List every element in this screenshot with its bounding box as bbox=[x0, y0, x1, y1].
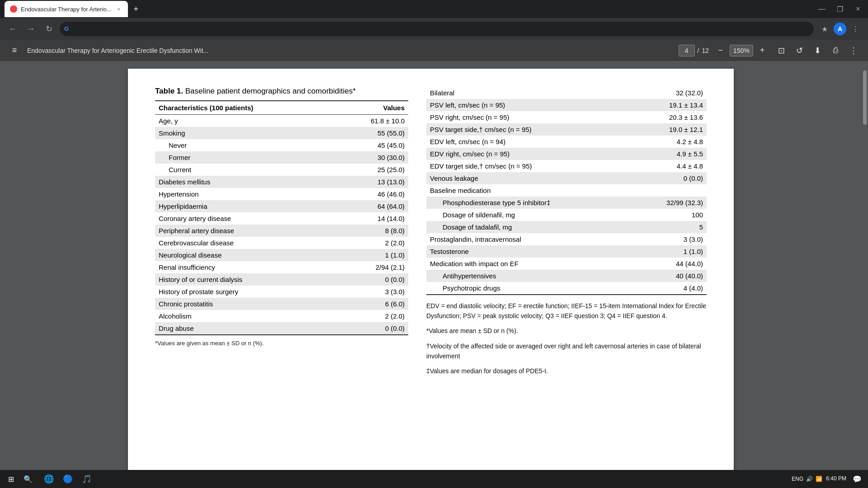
zoom-level: 150% bbox=[730, 45, 753, 56]
print-button[interactable]: ⎙ bbox=[828, 43, 843, 58]
row-label: Antihypertensives bbox=[426, 270, 635, 282]
taskbar-app-browser[interactable]: 🌐 bbox=[40, 470, 58, 488]
google-icon: G bbox=[64, 25, 71, 33]
row-label: Testosterone bbox=[426, 245, 635, 258]
system-tray: ENG 🔊 📶 bbox=[792, 476, 822, 482]
table-row: Testosterone1 (1.0) bbox=[426, 245, 707, 258]
table-title-bold: Table 1. bbox=[155, 87, 183, 95]
row-label: Smoking bbox=[155, 127, 335, 139]
table-row: Smoking55 (55.0) bbox=[155, 127, 408, 139]
fit-page-button[interactable]: ⊡ bbox=[774, 43, 788, 58]
row-label: Hyperlipidaemia bbox=[155, 200, 335, 212]
table-row: Bilateral32 (32.0) bbox=[426, 87, 707, 99]
close-window-button[interactable]: × bbox=[853, 4, 863, 14]
zoom-in-button[interactable]: + bbox=[756, 44, 769, 57]
row-value: 3 (3.0) bbox=[335, 286, 408, 298]
row-value: 0 (0.0) bbox=[335, 322, 408, 335]
table-row: Venous leakage0 (0.0) bbox=[426, 172, 707, 184]
row-value: 19.0 ± 12.1 bbox=[635, 123, 707, 136]
demographics-table: Characteristics (100 patients) Values Ag… bbox=[155, 100, 408, 335]
row-value: 0 (0.0) bbox=[635, 172, 707, 184]
network-icon: 📶 bbox=[816, 476, 822, 482]
table-row: Dosage of tadalafil, mg5 bbox=[426, 221, 707, 233]
forward-button[interactable]: → bbox=[24, 22, 38, 36]
row-value: 32 (32.0) bbox=[635, 87, 707, 99]
row-label: Prostaglandin, intracavernosal bbox=[426, 233, 635, 245]
table-row: Hypertension46 (46.0) bbox=[155, 188, 408, 200]
reload-button[interactable]: ↻ bbox=[42, 22, 56, 36]
row-value: 5 bbox=[635, 221, 707, 233]
row-label: PSV left, cm/sec (n = 95) bbox=[426, 99, 635, 111]
taskbar-apps: 🌐 🔵 🎵 bbox=[40, 470, 96, 488]
table-row: Age, y61.8 ± 10.0 bbox=[155, 115, 408, 127]
taskbar: ⊞ 🔍 🌐 🔵 🎵 ENG 🔊 📶 6:40 PM 💬 bbox=[0, 470, 868, 488]
page-separator: / bbox=[698, 47, 699, 54]
page-number-input[interactable]: 4 bbox=[679, 45, 695, 56]
profile-button[interactable]: A bbox=[834, 23, 846, 35]
start-button[interactable]: ⊞ bbox=[4, 472, 18, 486]
table-row: Neurological disease1 (1.0) bbox=[155, 249, 408, 261]
pdf-menu-button[interactable]: ≡ bbox=[7, 43, 22, 58]
time-display: 6:40 PM bbox=[826, 475, 846, 483]
back-button[interactable]: ← bbox=[5, 22, 20, 36]
row-value: 30 (30.0) bbox=[335, 151, 408, 164]
table-header-row: Characteristics (100 patients) Values bbox=[155, 101, 408, 115]
tab-close-button[interactable]: × bbox=[115, 5, 123, 13]
maximize-button[interactable]: ❐ bbox=[835, 4, 845, 14]
row-label: PSV target side,† cm/sec (n = 95) bbox=[426, 123, 635, 136]
row-label: Former bbox=[155, 151, 335, 164]
address-input[interactable] bbox=[60, 22, 814, 36]
lang-indicator: ENG bbox=[792, 476, 803, 482]
row-label: Bilateral bbox=[426, 87, 635, 99]
pdf-toolbar-right: ⊡ ↺ ⬇ ⎙ ⋮ bbox=[774, 43, 861, 58]
table-row: Antihypertensives40 (40.0) bbox=[426, 270, 707, 282]
row-label: Current bbox=[155, 164, 335, 176]
table-row: Drug abuse0 (0.0) bbox=[155, 322, 408, 335]
table-row: EDV target side,† cm/sec (n = 95)4.4 ± 4… bbox=[426, 160, 707, 172]
pdf-toolbar: ≡ Endovascular Therapy for Arteriogenic … bbox=[0, 40, 868, 61]
table-row: Chronic prostatitis6 (6.0) bbox=[155, 298, 408, 310]
table-row: Diabetes mellitus13 (13.0) bbox=[155, 176, 408, 188]
table-row: Hyperlipidaemia64 (64.0) bbox=[155, 200, 408, 212]
row-value: 20.3 ± 13.6 bbox=[635, 111, 707, 123]
row-value: 2/94 (2.1) bbox=[335, 261, 408, 273]
scrollbar[interactable] bbox=[862, 61, 868, 488]
row-label: Venous leakage bbox=[426, 172, 635, 184]
tab-title: Endovascular Therapy for Arterio... bbox=[21, 6, 112, 13]
minimize-button[interactable]: — bbox=[816, 4, 827, 14]
bookmark-button[interactable]: ★ bbox=[817, 22, 832, 36]
table-row: History of or current dialysis0 (0.0) bbox=[155, 273, 408, 286]
row-label: Drug abuse bbox=[155, 322, 335, 335]
table-row: Renal insufficiency2/94 (2.1) bbox=[155, 261, 408, 273]
row-value: 64 (64.0) bbox=[335, 200, 408, 212]
download-button[interactable]: ⬇ bbox=[810, 43, 825, 58]
taskbar-app-circle[interactable]: 🔵 bbox=[59, 470, 77, 488]
more-options-button[interactable]: ⋮ bbox=[846, 43, 861, 58]
scroll-thumb[interactable] bbox=[863, 70, 867, 125]
zoom-out-button[interactable]: − bbox=[714, 44, 727, 57]
table-row: History of prostate surgery3 (3.0) bbox=[155, 286, 408, 298]
table-row: PSV left, cm/sec (n = 95)19.1 ± 13.4 bbox=[426, 99, 707, 111]
row-value: 8 (8.0) bbox=[335, 225, 408, 237]
row-label: Dosage of sildenafil, mg bbox=[426, 209, 635, 221]
address-bar[interactable]: G bbox=[60, 22, 814, 36]
col-characteristics: Characteristics (100 patients) bbox=[155, 101, 335, 115]
row-value: 19.1 ± 13.4 bbox=[635, 99, 707, 111]
search-button[interactable]: 🔍 bbox=[20, 472, 36, 486]
notification-button[interactable]: 💬 bbox=[850, 472, 864, 486]
row-value: 2 (2.0) bbox=[335, 237, 408, 249]
table-row: Prostaglandin, intracavernosal3 (3.0) bbox=[426, 233, 707, 245]
tab-bar: Endovascular Therapy for Arterio... × + bbox=[5, 1, 813, 17]
row-value bbox=[635, 184, 707, 197]
row-value: 40 (40.0) bbox=[635, 270, 707, 282]
menu-button[interactable]: ⋮ bbox=[848, 22, 863, 36]
new-tab-button[interactable]: + bbox=[130, 3, 142, 15]
active-tab[interactable]: Endovascular Therapy for Arterio... × bbox=[5, 1, 128, 17]
footnote-abbrevs: EDV = end diastolic velocity; EF = erect… bbox=[426, 301, 707, 321]
window-controls: — ❐ × bbox=[816, 4, 863, 14]
row-value: 4.4 ± 4.8 bbox=[635, 160, 707, 172]
rotate-button[interactable]: ↺ bbox=[792, 43, 807, 58]
table-row: PSV target side,† cm/sec (n = 95)19.0 ± … bbox=[426, 123, 707, 136]
taskbar-app-media[interactable]: 🎵 bbox=[78, 470, 96, 488]
table-row: EDV right, cm/sec (n = 95)4.9 ± 5.5 bbox=[426, 148, 707, 160]
